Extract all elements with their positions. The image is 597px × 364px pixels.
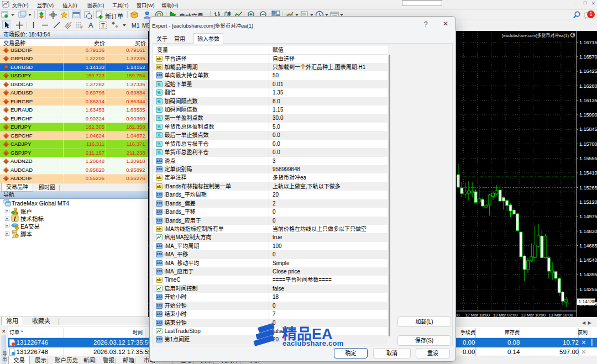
svg-text:1.15410: 1.15410	[579, 170, 597, 176]
svg-text:1.15265: 1.15265	[579, 185, 597, 191]
svg-text:1.14395: 1.14395	[579, 272, 597, 277]
svg-text:1.14975: 1.14975	[579, 214, 597, 219]
svg-text:13 Mar 18:00: 13 Mar 18:00	[548, 313, 573, 318]
svg-text:1.14830: 1.14830	[579, 229, 597, 234]
svg-text:1.14540: 1.14540	[579, 257, 597, 263]
svg-text:1.14685: 1.14685	[579, 243, 597, 249]
svg-text:1.14255: 1.14255	[579, 287, 597, 292]
svg-text:1.16280: 1.16280	[579, 83, 597, 89]
svg-text:1.15700: 1.15700	[579, 141, 597, 147]
svg-text:1.16425: 1.16425	[579, 68, 597, 74]
svg-text:1.16570: 1.16570	[579, 54, 597, 60]
svg-text:1.15990: 1.15990	[579, 112, 597, 118]
svg-text:1.15555: 1.15555	[579, 156, 597, 161]
svg-text:13 Mar 02:00: 13 Mar 02:00	[493, 313, 518, 318]
svg-text:1.14138: 1.14138	[579, 299, 596, 304]
svg-text:1.15120: 1.15120	[579, 199, 597, 205]
svg-text:T: T	[101, 22, 105, 29]
svg-text:[eaclubshare.com]多货币对冲ea(1): [eaclubshare.com]多货币对冲ea(1)	[502, 33, 569, 38]
svg-text:A: A	[88, 21, 93, 29]
svg-text:13 Mar 10:00: 13 Mar 10:00	[521, 313, 546, 318]
svg-text:12 Mar 18:00: 12 Mar 18:00	[465, 313, 490, 318]
svg-text:1.16135: 1.16135	[579, 98, 597, 103]
svg-text:F: F	[81, 26, 83, 29]
svg-text:1.16715: 1.16715	[579, 40, 597, 45]
svg-text:1.15845: 1.15845	[579, 126, 597, 132]
